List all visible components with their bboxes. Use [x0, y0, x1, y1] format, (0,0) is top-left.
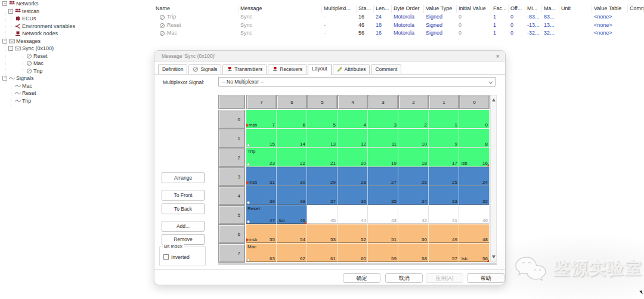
bit-cell-19[interactable]: 19 [368, 148, 398, 167]
drag-handle[interactable] [247, 201, 250, 204]
tree-item-testcan[interactable]: +testcan [0, 8, 149, 16]
bit-cell-27[interactable]: 27 [368, 167, 398, 186]
bit-cell-14[interactable]: 14 [277, 129, 307, 147]
arrange-button[interactable]: Arrange [162, 172, 205, 183]
bit-cell-17[interactable]: 17 [429, 148, 459, 167]
bit-cell-30[interactable]: 30 [277, 167, 307, 186]
bit-cell-31[interactable]: 31msb [246, 167, 277, 186]
bit-cell-55[interactable]: 55msb [246, 224, 277, 243]
bit-cell-1[interactable]: 1 [429, 110, 459, 128]
bit-cell-57[interactable]: 57 [429, 243, 459, 262]
scroll-up-icon[interactable] [492, 98, 496, 101]
collapse-icon[interactable]: − [2, 1, 7, 6]
tree-item-reset[interactable]: Reset [0, 90, 149, 97]
column-header[interactable]: Name [154, 5, 239, 13]
column-header[interactable]: Len... [374, 5, 392, 13]
column-header[interactable]: Ma... [542, 5, 559, 13]
add-button[interactable]: Add... [162, 221, 205, 232]
tab-transmitters[interactable]: Transmitters [222, 64, 267, 74]
tree-item-trip[interactable]: Trip [0, 97, 149, 105]
bit-cell-40[interactable]: 40 [459, 205, 490, 224]
column-header[interactable]: Value Table [592, 5, 628, 13]
bit-cell-45[interactable]: 45 [307, 205, 338, 224]
bit-cell-37[interactable]: 37 [307, 186, 338, 205]
tab-signals[interactable]: Signals [188, 64, 221, 74]
tab-layout[interactable]: Layout [308, 64, 332, 75]
tab-comment[interactable]: Comment [371, 64, 401, 74]
multiplexor-select[interactable]: -- No Multiplexor -- [218, 77, 496, 87]
bit-cell-20[interactable]: 20 [338, 148, 368, 167]
bit-cell-36[interactable]: 36 [338, 186, 368, 205]
bit-cell-12[interactable]: 12 [338, 129, 368, 147]
column-header[interactable]: Value Type [424, 5, 457, 13]
cancel-button[interactable]: 取消 [385, 273, 423, 283]
tree-item-ecus[interactable]: ECUs [0, 15, 149, 23]
bit-cell-41[interactable]: 41 [429, 205, 459, 224]
bit-cell-2[interactable]: 2 [398, 110, 429, 128]
column-header[interactable]: Comm [628, 5, 644, 13]
bit-cell-38[interactable]: 38 [277, 186, 307, 205]
bit-cell-53[interactable]: 53 [307, 224, 338, 243]
bit-cell-46[interactable]: 46lsb [277, 205, 307, 224]
bit-cell-11[interactable]: 11 [368, 129, 398, 147]
bit-cell-10[interactable]: 10 [398, 129, 429, 147]
column-header[interactable]: Initial Value [457, 5, 491, 13]
column-header[interactable]: Mi... [525, 5, 542, 13]
bit-cell-23[interactable]: 23Trip [246, 148, 277, 167]
bit-cell-33[interactable]: 33 [429, 186, 459, 205]
column-header[interactable]: Byte Order [392, 5, 424, 13]
table-row[interactable]: MacSync-5616MotorolaSigned010-32...32...… [154, 29, 644, 38]
tab-attributes[interactable]: Attributes [333, 64, 370, 74]
bit-cell-42[interactable]: 42 [398, 205, 429, 224]
column-header[interactable]: Off... [509, 5, 525, 13]
column-header[interactable]: Sta... [357, 5, 374, 13]
bit-cell-25[interactable]: 25 [429, 167, 459, 186]
bit-cell-24[interactable]: 24 [459, 167, 490, 186]
tree-item-messages[interactable]: −Messages [0, 38, 149, 45]
bit-cell-54[interactable]: 54 [277, 224, 307, 243]
bit-cell-34[interactable]: 34 [398, 186, 429, 205]
dialog-titlebar[interactable]: Message 'Sync (0x100)' × [154, 51, 505, 62]
tree-item-networks[interactable]: −Networks [0, 0, 149, 8]
bit-cell-5[interactable]: 5 [307, 110, 338, 128]
drag-handle[interactable] [247, 163, 250, 166]
ok-button[interactable]: 确定 [343, 273, 380, 283]
close-icon[interactable]: × [496, 53, 500, 60]
bit-cell-4[interactable]: 4 [338, 110, 368, 128]
drag-handle[interactable] [247, 220, 250, 223]
drag-handle[interactable] [247, 258, 250, 261]
bit-cell-8[interactable]: 8 [459, 129, 490, 147]
column-header[interactable]: Message [239, 5, 322, 13]
bit-cell-28[interactable]: 28 [338, 167, 368, 186]
expand-icon[interactable]: + [8, 9, 13, 14]
bit-cell-3[interactable]: 3 [368, 110, 398, 128]
bit-cell-18[interactable]: 18 [398, 148, 429, 167]
column-header[interactable]: Fac... [491, 5, 509, 13]
bit-cell-0[interactable]: 0 [459, 110, 490, 128]
table-row[interactable]: TripSync-1624MotorolaSigned010-83...83..… [154, 13, 644, 21]
bit-cell-44[interactable]: 44 [338, 205, 368, 224]
bit-cell-62[interactable]: 62 [277, 243, 307, 262]
tree-item-network-nodes[interactable]: Network nodes [0, 30, 149, 38]
bit-cell-29[interactable]: 29 [307, 167, 338, 186]
bit-cell-16[interactable]: 16lsb [459, 148, 490, 167]
tab-receivers[interactable]: Receivers [268, 64, 306, 74]
bit-cell-63[interactable]: 63Mac [246, 243, 277, 262]
tree-item-environment-variables[interactable]: Environment variables [0, 23, 149, 30]
bit-cell-50[interactable]: 50 [398, 224, 429, 243]
bit-cell-35[interactable]: 35 [368, 186, 398, 205]
bit-cell-58[interactable]: 58 [398, 243, 429, 262]
bit-cell-61[interactable]: 61 [307, 243, 338, 262]
tree-item-sync-0x100-[interactable]: −Sync (0x100) [0, 45, 149, 53]
bit-cell-52[interactable]: 52 [338, 224, 368, 243]
bit-cell-60[interactable]: 60 [338, 243, 368, 262]
to-front-button[interactable]: To Front [162, 190, 205, 201]
bit-cell-9[interactable]: 9 [429, 129, 459, 147]
drag-handle[interactable] [247, 144, 250, 147]
bit-cell-13[interactable]: 13 [307, 129, 338, 147]
bit-cell-7[interactable]: 7msb [246, 110, 277, 128]
bit-cell-32[interactable]: 32 [459, 186, 490, 205]
column-header[interactable]: Unit [559, 5, 592, 13]
bit-cell-6[interactable]: 6 [277, 110, 307, 128]
bit-cell-59[interactable]: 59 [368, 243, 398, 262]
